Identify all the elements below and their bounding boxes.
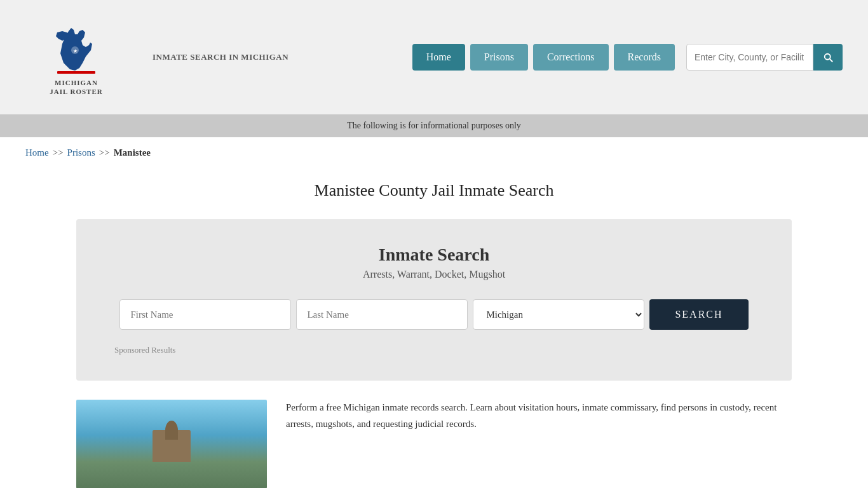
nav-prisons[interactable]: Prisons [470, 44, 528, 71]
header-search-wrap [686, 44, 843, 71]
search-button[interactable]: SEARCH [649, 299, 748, 330]
inmate-search-form: Michigan Alabama Alaska Arizona Arkansas… [114, 299, 754, 330]
site-logo: ★ [51, 18, 102, 76]
info-banner: The following is for informational purpo… [0, 114, 868, 137]
breadcrumb-sep-2: >> [99, 147, 110, 158]
page-title: Manistee County Jail Inmate Search [0, 181, 868, 200]
bottom-description: Perform a free Michigan inmate records s… [286, 400, 792, 432]
header-search-input[interactable] [686, 44, 813, 71]
nav-corrections[interactable]: Corrections [533, 44, 609, 71]
nav-home[interactable]: Home [412, 44, 465, 71]
breadcrumb-prisons[interactable]: Prisons [67, 147, 95, 158]
nav-records[interactable]: Records [614, 44, 675, 71]
bottom-section: Perform a free Michigan inmate records s… [0, 400, 868, 488]
header-search-button[interactable] [813, 44, 843, 71]
search-card-title: Inmate Search [114, 245, 754, 265]
state-select[interactable]: Michigan Alabama Alaska Arizona Arkansas… [473, 299, 644, 330]
facility-image [76, 400, 267, 488]
site-header: ★ MICHIGAN JAIL ROSTER INMATE SEARCH IN … [0, 0, 868, 114]
breadcrumb: Home >> Prisons >> Manistee [0, 137, 868, 168]
site-subtitle: INMATE SEARCH IN MICHIGAN [153, 51, 288, 64]
last-name-input[interactable] [296, 299, 468, 330]
svg-rect-2 [57, 71, 95, 74]
main-nav: Home Prisons Corrections Records [412, 44, 843, 71]
breadcrumb-sep-1: >> [53, 147, 64, 158]
first-name-input[interactable] [119, 299, 291, 330]
logo-text: MICHIGAN JAIL ROSTER [50, 78, 102, 97]
search-icon [822, 51, 834, 63]
logo-area: ★ MICHIGAN JAIL ROSTER [25, 18, 127, 97]
breadcrumb-current: Manistee [114, 147, 151, 158]
search-card: Inmate Search Arrests, Warrant, Docket, … [76, 219, 792, 381]
svg-text:★: ★ [73, 48, 78, 54]
breadcrumb-home[interactable]: Home [25, 147, 49, 158]
search-card-subtitle: Arrests, Warrant, Docket, Mugshot [114, 269, 754, 280]
sponsored-label: Sponsored Results [114, 345, 754, 355]
